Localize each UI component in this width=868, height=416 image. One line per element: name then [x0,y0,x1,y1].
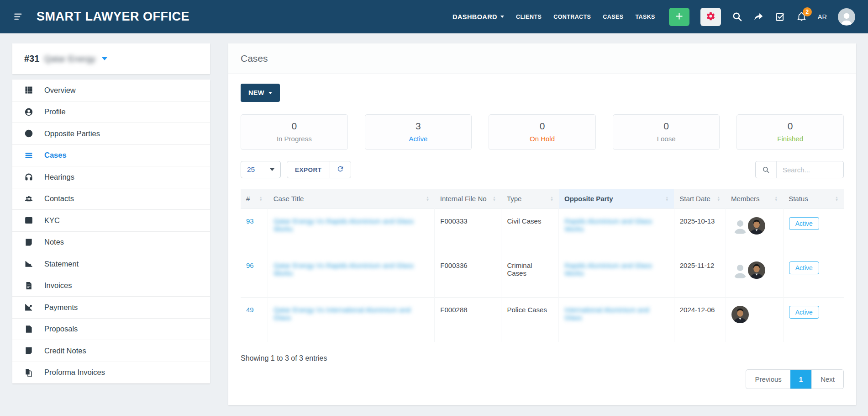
column-header-start-date[interactable]: Start Date▲▼ [674,189,726,209]
user-avatar[interactable] [838,8,855,26]
hamburger-menu-icon[interactable] [13,11,25,23]
column-header-type[interactable]: Type▲▼ [501,189,559,209]
tasks-check-icon[interactable] [775,11,785,22]
sidebar-item-proposals[interactable]: Proposals [12,319,210,341]
sidebar-item-invoices[interactable]: Invoices [12,275,210,297]
nav-item-clients[interactable]: CLIENTS [516,14,542,20]
sidebar-item-label: Proposals [44,325,78,333]
case-title-link-redacted[interactable]: Qatar Energy Vs Rapids Aluminium and Gla… [274,261,414,277]
cell-status: Active [783,253,844,298]
navbar-right: DASHBOARDCLIENTSCONTRACTSCASESTASKS 2 AR [452,8,855,26]
sidebar-item-opposite-parties[interactable]: Opposite Parties [12,123,210,145]
page-layout: #31 Qatar Energy OverviewProfileOpposite… [0,33,868,416]
cell-internal-file-no: F000336 [435,253,501,298]
grid-icon [24,85,34,95]
sort-icon: ▲▼ [773,196,778,201]
case-id-link[interactable]: 49 [246,306,254,314]
column-header-inner: Case Title▲▼ [274,195,429,203]
next-page-button[interactable]: Next [811,370,843,389]
note-icon [24,237,34,247]
sidebar-item-label: Proforma Invoices [44,368,105,377]
column-header-case-title[interactable]: Case Title▲▼ [268,189,435,209]
proposal-icon [24,324,34,334]
column-header-label: Internal File No [440,195,487,203]
member-avatar-placeholder [731,217,749,235]
new-case-button[interactable]: NEW [241,84,280,102]
notifications-bell-icon[interactable]: 2 [796,11,807,22]
page-size-select[interactable]: 25 [241,161,281,178]
chevron-down-icon[interactable] [102,57,107,60]
nav-item-cases[interactable]: CASES [603,14,623,20]
case-id-link[interactable]: 96 [246,261,254,269]
column-header-[interactable]: #▲▼ [241,189,268,209]
sidebar-item-cases[interactable]: Cases [12,145,210,167]
share-icon[interactable] [753,11,764,22]
column-header-opposite-party[interactable]: Opposite Party▲▼ [559,189,674,209]
client-selector[interactable]: #31 Qatar Energy [12,43,210,74]
case-id-link[interactable]: 93 [246,217,254,225]
sidebar-item-label: Hearings [44,173,74,181]
sidebar-item-notes[interactable]: Notes [12,232,210,254]
nav-item-label: CONTRACTS [553,14,591,20]
stat-value: 0 [737,121,843,132]
opposite-party-link-redacted[interactable]: Rapids Aluminium and Glass Works [564,261,652,277]
stat-card-on-hold[interactable]: 0On Hold [489,114,596,150]
settings-button[interactable] [700,8,721,26]
stat-value: 0 [613,121,720,132]
sidebar-item-proforma-invoices[interactable]: Proforma Invoices [12,362,210,384]
nav-item-tasks[interactable]: TASKS [635,14,655,20]
sidebar-item-payments[interactable]: Payments [12,297,210,319]
search-icon[interactable] [732,11,742,22]
refresh-button[interactable] [330,161,351,178]
sidebar-item-label: Opposite Parties [44,129,100,138]
sidebar-item-statement[interactable]: Statement [12,253,210,275]
table-icon [24,215,34,225]
sidebar-item-overview[interactable]: Overview [12,80,210,101]
case-title-link-redacted[interactable]: Qatar Energy Vs International Aluminium … [274,306,410,321]
sidebar-item-kyc[interactable]: KYC [12,210,210,232]
client-number: #31 [24,53,39,64]
column-header-label: Status [789,195,808,203]
sidebar-item-credit-notes[interactable]: Credit Notes [12,340,210,362]
opposite-party-link-redacted[interactable]: Rapids Aluminium and Glass Works [564,217,652,233]
app-title[interactable]: SMART LAWYER OFFICE [37,10,189,24]
search-input[interactable] [777,161,844,178]
page-size-value: 25 [247,165,255,174]
chart-image-icon [24,259,34,269]
column-header-inner: Members▲▼ [731,195,778,203]
quick-add-button[interactable] [669,8,689,26]
language-toggle[interactable]: AR [818,13,827,21]
stat-card-finished[interactable]: 0Finished [736,114,844,150]
table-row: 96Qatar Energy Vs Rapids Aluminium and G… [241,253,844,298]
sidebar-item-profile[interactable]: Profile [12,101,210,123]
page-number-button[interactable]: 1 [790,370,811,389]
sidebar-item-label: KYC [44,216,60,225]
stat-label: Finished [737,135,843,143]
sidebar-item-hearings[interactable]: Hearings [12,166,210,188]
export-button[interactable]: EXPORT [287,161,330,178]
member-avatar-photo [748,217,765,235]
stat-card-loose[interactable]: 0Loose [613,114,720,150]
sidebar-menu: OverviewProfileOpposite PartiesCasesHear… [12,80,210,384]
column-header-internal-file-no[interactable]: Internal File No▲▼ [435,189,501,209]
case-title-link-redacted[interactable]: Qatar Energy Vs Rapids Aluminium and Gla… [274,217,414,233]
status-badge: Active [789,217,819,230]
column-header-label: Type [507,195,522,203]
cases-panel: Cases NEW 0In Progress3Active0On Hold0Lo… [228,43,856,405]
stat-card-active[interactable]: 3Active [365,114,472,150]
opposite-party-link-redacted[interactable]: International Aluminium and Glass [564,306,649,321]
nav-item-contracts[interactable]: CONTRACTS [553,14,591,20]
sidebar-item-contacts[interactable]: Contacts [12,188,210,210]
column-header-members[interactable]: Members▲▼ [726,189,783,209]
previous-page-button[interactable]: Previous [746,370,790,389]
stat-value: 0 [489,121,595,132]
member-avatar-photo [748,261,765,279]
chevron-down-icon [270,168,274,171]
cell-case-id: 49 [241,298,268,342]
nav-item-dashboard[interactable]: DASHBOARD [452,13,504,21]
stat-card-in-progress[interactable]: 0In Progress [241,114,348,150]
export-button-group: EXPORT [287,161,351,178]
navbar-action-icons: 2 AR [669,8,855,26]
copy-file-icon [24,368,34,378]
column-header-status[interactable]: Status▲▼ [783,189,844,209]
